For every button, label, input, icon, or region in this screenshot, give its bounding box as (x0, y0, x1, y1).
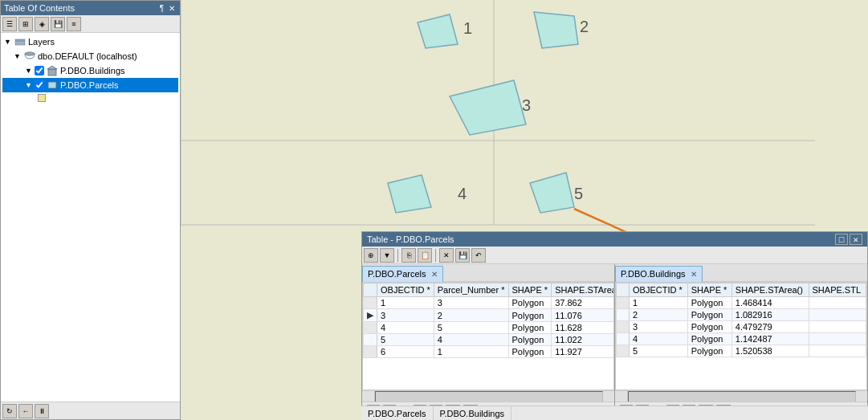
toc-refresh-button[interactable]: ↻ (2, 404, 17, 418)
bottom-titlebar-buttons: ☐ ✕ (835, 234, 862, 245)
parcels-hscrollbar[interactable] (375, 391, 603, 402)
save-button[interactable]: 💾 (455, 248, 470, 263)
buildings-row-3-len (809, 321, 866, 333)
toc-back-button[interactable]: ← (18, 404, 33, 418)
buildings-col-starea[interactable]: SHAPE.STArea() (731, 283, 809, 297)
toc-titlebar-buttons: ¶ ✕ (158, 4, 177, 13)
toc-panel: Table Of Contents ¶ ✕ ☰ ⊞ ◈ 💾 ≡ ▼ Layers (0, 0, 181, 420)
buildings-col-shape[interactable]: SHAPE * (687, 283, 731, 297)
parcels-row-4[interactable]: 5 4 Polygon 11.022 (364, 334, 615, 346)
toc-item-parcels[interactable]: ▼ P.DBO.Parcels (2, 78, 178, 92)
buildings-row-5[interactable]: 5 Polygon 1.520538 (617, 345, 866, 357)
buildings-row-1-indicator (617, 297, 630, 309)
parcels-col-parcel-number[interactable]: Parcel_Number * (434, 283, 508, 297)
options-menu-button[interactable]: ▼ (380, 248, 394, 263)
bottom-restore-button[interactable]: ☐ (835, 234, 848, 245)
parcels-col-shape[interactable]: SHAPE * (508, 283, 552, 297)
dbo-expand-icon[interactable]: ▼ (14, 52, 23, 60)
buildings-row-2-area: 1.082916 (731, 309, 809, 321)
svg-marker-5 (48, 82, 56, 88)
parcels-row-4-parcel: 4 (434, 334, 508, 346)
parcel-2-shape[interactable] (534, 12, 578, 48)
parcels-row-2-area: 11.076 (552, 309, 614, 322)
toc-list-button[interactable]: ☰ (2, 17, 17, 31)
layers-expand-icon[interactable]: ▼ (4, 38, 14, 46)
parcels-row-1-indicator (364, 297, 377, 309)
buildings-row-2-shape: Polygon (687, 309, 731, 321)
buildings-row-2-objectid: 2 (630, 309, 688, 321)
toc-layer-button[interactable]: ◈ (35, 17, 49, 31)
buildings-row-3-shape: Polygon (687, 321, 731, 333)
parcels-row-1-shape: Polygon (508, 297, 552, 309)
buildings-row-5-area: 1.520538 (731, 345, 809, 357)
toc-item-layers[interactable]: ▼ Layers (2, 35, 178, 49)
parcels-col-starea[interactable]: SHAPE.STArea() (552, 283, 614, 297)
buildings-row-5-len (809, 345, 866, 357)
buildings-col-objectid[interactable]: OBJECTID * (630, 283, 688, 297)
buildings-col-indicator (617, 283, 630, 297)
parcels-row-2[interactable]: ▶ 3 2 Polygon 11.076 (364, 309, 615, 322)
buildings-row-2[interactable]: 2 Polygon 1.082916 (617, 309, 866, 321)
svg-rect-0 (15, 39, 25, 42)
toc-save-button[interactable]: 💾 (51, 17, 65, 31)
svg-rect-3 (48, 69, 56, 75)
parcel-4-label: 4 (458, 185, 467, 202)
add-row-button[interactable]: ⊕ (364, 248, 378, 263)
parcel-2-label: 2 (580, 18, 589, 35)
buildings-row-1-shape: Polygon (687, 297, 731, 309)
parcels-tab-close[interactable]: ✕ (431, 270, 438, 279)
parcels-row-5-indicator (364, 346, 377, 358)
buildings-row-4[interactable]: 4 Polygon 1.142487 (617, 333, 866, 345)
bottom-status: P.DBO.Parcels P.DBO.Buildings (361, 406, 868, 420)
buildings-row-3[interactable]: 3 Polygon 4.479279 (617, 321, 866, 333)
parcels-row-2-shape: Polygon (508, 309, 552, 322)
buildings-row-1[interactable]: 1 Polygon 1.468414 (617, 297, 866, 309)
delete-button[interactable]: ✕ (439, 248, 454, 263)
parcels-row-4-objectid: 5 (377, 334, 434, 346)
buildings-row-1-area: 1.468414 (731, 297, 809, 309)
buildings-col-stlen[interactable]: SHAPE.STL (809, 283, 866, 297)
bottom-close-button[interactable]: ✕ (850, 234, 862, 245)
copy-button[interactable]: ⎘ (401, 248, 416, 263)
parcels-tab[interactable]: P.DBO.Parcels ✕ (362, 266, 443, 282)
status-parcels: P.DBO.Parcels (361, 406, 434, 420)
parcels-row-2-objectid: 3 (377, 309, 434, 322)
parcels-row-5[interactable]: 6 1 Polygon 11.927 (364, 346, 615, 358)
paste-button[interactable]: 📋 (418, 248, 432, 263)
parcels-row-3-indicator (364, 322, 377, 334)
buildings-expand-icon[interactable]: ▼ (25, 67, 35, 75)
parcels-row-3-objectid: 4 (377, 322, 434, 334)
buildings-row-5-objectid: 5 (630, 345, 688, 357)
parcels-table-grid[interactable]: OBJECTID * Parcel_Number * SHAPE * SHAPE… (362, 282, 614, 390)
toc-pin-button[interactable]: ¶ (158, 4, 165, 13)
parcels-expand-icon[interactable]: ▼ (25, 81, 35, 89)
parcels-row-3[interactable]: 4 5 Polygon 11.628 (364, 322, 615, 334)
parcel-1-label: 1 (463, 19, 472, 37)
buildings-row-4-indicator (617, 333, 630, 345)
toc-pause-button[interactable]: ⏸ (35, 404, 49, 418)
buildings-row-4-len (809, 333, 866, 345)
buildings-row-4-objectid: 4 (630, 333, 688, 345)
toc-options-button[interactable]: ≡ (67, 17, 81, 31)
main-window: Table Of Contents ¶ ✕ ☰ ⊞ ◈ 💾 ≡ ▼ Layers (0, 0, 868, 420)
buildings-scrollbar-right (856, 391, 867, 402)
toc-item-buildings[interactable]: ▼ P.DBO.Buildings (2, 63, 178, 78)
buildings-row-1-objectid: 1 (630, 297, 688, 309)
toc-item-dbo[interactable]: ▼ dbo.DEFAULT (localhost) (2, 49, 178, 63)
toc-close-button[interactable]: ✕ (167, 4, 177, 13)
buildings-icon (46, 64, 59, 77)
buildings-table-grid[interactable]: OBJECTID * SHAPE * SHAPE.STArea() SHAPE.… (615, 282, 867, 390)
discard-button[interactable]: ↶ (471, 248, 486, 263)
buildings-tab-close[interactable]: ✕ (691, 270, 697, 279)
toc-folder-button[interactable]: ⊞ (18, 17, 33, 31)
buildings-checkbox[interactable] (35, 66, 44, 75)
parcels-row-1[interactable]: 1 3 Polygon 37.862 (364, 297, 615, 309)
parcels-checkbox[interactable] (35, 80, 44, 90)
dbo-label: dbo.DEFAULT (localhost) (38, 51, 137, 61)
parcels-col-objectid[interactable]: OBJECTID * (377, 283, 434, 297)
buildings-tab[interactable]: P.DBO.Buildings ✕ (615, 266, 703, 282)
parcel-3-label: 3 (522, 96, 531, 114)
buildings-row-4-area: 1.142487 (731, 333, 809, 345)
buildings-hscrollbar[interactable] (628, 391, 856, 402)
parcels-icon (46, 79, 59, 92)
